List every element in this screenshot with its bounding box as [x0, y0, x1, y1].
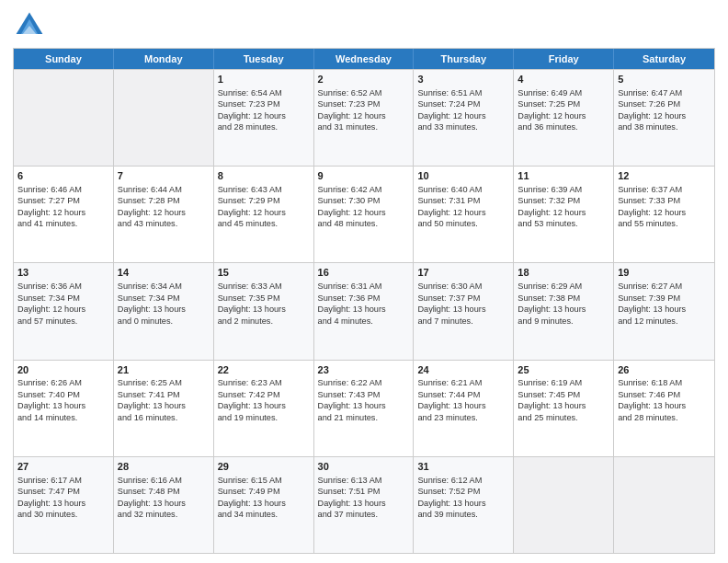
day-info-line: Sunrise: 6:34 AM — [118, 281, 210, 292]
day-number: 22 — [218, 363, 310, 377]
day-info-line: and 28 minutes. — [618, 412, 711, 423]
day-info-line: Sunrise: 6:12 AM — [417, 475, 509, 486]
day-info-line: Sunset: 7:24 PM — [417, 98, 509, 109]
calendar-empty-cell — [114, 70, 214, 166]
day-info-line: Sunrise: 6:22 AM — [318, 377, 410, 388]
weekday-header-saturday: Saturday — [614, 49, 714, 69]
day-info-line: and 9 minutes. — [518, 316, 609, 327]
day-number: 4 — [518, 73, 609, 86]
day-info-line: and 34 minutes. — [218, 509, 310, 520]
page: SundayMondayTuesdayWednesdayThursdayFrid… — [0, 0, 728, 563]
day-number: 15 — [218, 266, 310, 280]
day-info-line: Sunset: 7:48 PM — [118, 486, 210, 497]
day-info-line: Sunrise: 6:19 AM — [518, 377, 609, 388]
day-info-line: Daylight: 13 hours — [118, 498, 210, 509]
day-info-line: Sunset: 7:41 PM — [118, 389, 210, 400]
day-info-line: Daylight: 13 hours — [218, 400, 310, 411]
day-info-line: and 57 minutes. — [17, 316, 109, 327]
day-info-line: Sunset: 7:34 PM — [17, 293, 109, 304]
day-info-line: and 0 minutes. — [118, 316, 210, 327]
calendar-day-30: 30Sunrise: 6:13 AMSunset: 7:51 PMDayligh… — [314, 457, 415, 553]
calendar-day-21: 21Sunrise: 6:25 AMSunset: 7:41 PMDayligh… — [114, 361, 214, 456]
calendar-day-4: 4Sunrise: 6:49 AMSunset: 7:25 PMDaylight… — [514, 70, 614, 166]
day-info-line: Daylight: 13 hours — [318, 304, 410, 315]
weekday-header-thursday: Thursday — [414, 49, 514, 69]
day-number: 3 — [417, 73, 509, 86]
day-info-line: Sunrise: 6:39 AM — [518, 184, 609, 195]
day-info-line: Daylight: 12 hours — [318, 207, 410, 218]
calendar-day-19: 19Sunrise: 6:27 AMSunset: 7:39 PMDayligh… — [614, 263, 714, 359]
day-info-line: and 19 minutes. — [218, 412, 310, 423]
calendar-day-28: 28Sunrise: 6:16 AMSunset: 7:48 PMDayligh… — [114, 457, 214, 553]
calendar-day-16: 16Sunrise: 6:31 AMSunset: 7:36 PMDayligh… — [314, 263, 415, 359]
day-info-line: and 43 minutes. — [118, 218, 210, 229]
day-info-line: and 14 minutes. — [17, 412, 109, 423]
day-number: 19 — [618, 266, 711, 280]
day-info-line: Sunset: 7:28 PM — [118, 195, 210, 206]
calendar-day-18: 18Sunrise: 6:29 AMSunset: 7:38 PMDayligh… — [514, 263, 614, 359]
day-info-line: Daylight: 13 hours — [518, 304, 609, 315]
day-info-line: Sunrise: 6:33 AM — [218, 281, 310, 292]
day-info-line: Sunset: 7:23 PM — [218, 98, 310, 109]
day-info-line: and 32 minutes. — [118, 509, 210, 520]
weekday-header-sunday: Sunday — [14, 49, 114, 69]
day-info-line: Sunset: 7:34 PM — [118, 293, 210, 304]
day-number: 1 — [218, 73, 310, 86]
day-number: 20 — [17, 363, 109, 377]
day-info-line: Sunrise: 6:37 AM — [618, 184, 711, 195]
day-info-line: and 55 minutes. — [618, 218, 711, 229]
calendar-day-27: 27Sunrise: 6:17 AMSunset: 7:47 PMDayligh… — [14, 457, 114, 553]
calendar-day-7: 7Sunrise: 6:44 AMSunset: 7:28 PMDaylight… — [114, 167, 214, 262]
day-info-line: Sunrise: 6:25 AM — [118, 377, 210, 388]
day-info-line: Sunrise: 6:15 AM — [218, 475, 310, 486]
day-info-line: and 53 minutes. — [518, 218, 609, 229]
day-info-line: Sunset: 7:42 PM — [218, 389, 310, 400]
day-info-line: Sunset: 7:35 PM — [218, 293, 310, 304]
day-info-line: and 50 minutes. — [417, 218, 509, 229]
day-info-line: Daylight: 13 hours — [218, 498, 310, 509]
calendar-empty-cell — [14, 70, 114, 166]
day-info-line: Daylight: 13 hours — [318, 498, 410, 509]
day-info-line: Sunset: 7:51 PM — [318, 486, 410, 497]
day-info-line: Daylight: 12 hours — [17, 207, 109, 218]
day-info-line: Daylight: 13 hours — [417, 400, 509, 411]
day-info-line: Daylight: 13 hours — [17, 498, 109, 509]
calendar-day-9: 9Sunrise: 6:42 AMSunset: 7:30 PMDaylight… — [314, 167, 415, 262]
day-info-line: Sunrise: 6:31 AM — [318, 281, 410, 292]
day-number: 7 — [118, 169, 210, 183]
calendar-empty-cell — [514, 457, 614, 553]
day-info-line: Sunrise: 6:47 AM — [618, 87, 711, 98]
calendar-day-15: 15Sunrise: 6:33 AMSunset: 7:35 PMDayligh… — [214, 263, 314, 359]
day-info-line: Daylight: 12 hours — [417, 207, 509, 218]
calendar-day-1: 1Sunrise: 6:54 AMSunset: 7:23 PMDaylight… — [214, 70, 314, 166]
day-info-line: Sunrise: 6:23 AM — [218, 377, 310, 388]
weekday-header-monday: Monday — [114, 49, 214, 69]
logo-icon — [13, 9, 46, 42]
day-number: 14 — [118, 266, 210, 280]
day-info-line: Sunset: 7:52 PM — [417, 486, 509, 497]
day-number: 30 — [318, 460, 410, 474]
day-info-line: Sunrise: 6:13 AM — [318, 475, 410, 486]
day-info-line: Daylight: 12 hours — [417, 110, 509, 121]
day-number: 24 — [417, 363, 509, 377]
calendar-header: SundayMondayTuesdayWednesdayThursdayFrid… — [14, 49, 714, 69]
day-info-line: Sunset: 7:39 PM — [618, 293, 711, 304]
day-info-line: Sunrise: 6:16 AM — [118, 475, 210, 486]
calendar-day-13: 13Sunrise: 6:36 AMSunset: 7:34 PMDayligh… — [14, 263, 114, 359]
day-info-line: Sunset: 7:36 PM — [318, 293, 410, 304]
day-info-line: Sunset: 7:33 PM — [618, 195, 711, 206]
day-info-line: and 38 minutes. — [618, 121, 711, 132]
day-number: 11 — [518, 169, 609, 183]
day-info-line: Sunset: 7:30 PM — [318, 195, 410, 206]
calendar-row-0: 1Sunrise: 6:54 AMSunset: 7:23 PMDaylight… — [14, 69, 714, 166]
day-info-line: Daylight: 13 hours — [17, 400, 109, 411]
calendar-day-20: 20Sunrise: 6:26 AMSunset: 7:40 PMDayligh… — [14, 361, 114, 456]
day-info-line: Sunset: 7:44 PM — [417, 389, 509, 400]
day-info-line: and 39 minutes. — [417, 509, 509, 520]
calendar-day-31: 31Sunrise: 6:12 AMSunset: 7:52 PMDayligh… — [414, 457, 514, 553]
day-info-line: Daylight: 12 hours — [518, 207, 609, 218]
day-info-line: Sunset: 7:38 PM — [518, 293, 609, 304]
day-number: 31 — [417, 460, 509, 474]
calendar-row-2: 13Sunrise: 6:36 AMSunset: 7:34 PMDayligh… — [14, 262, 714, 359]
day-info-line: Sunset: 7:25 PM — [518, 98, 609, 109]
